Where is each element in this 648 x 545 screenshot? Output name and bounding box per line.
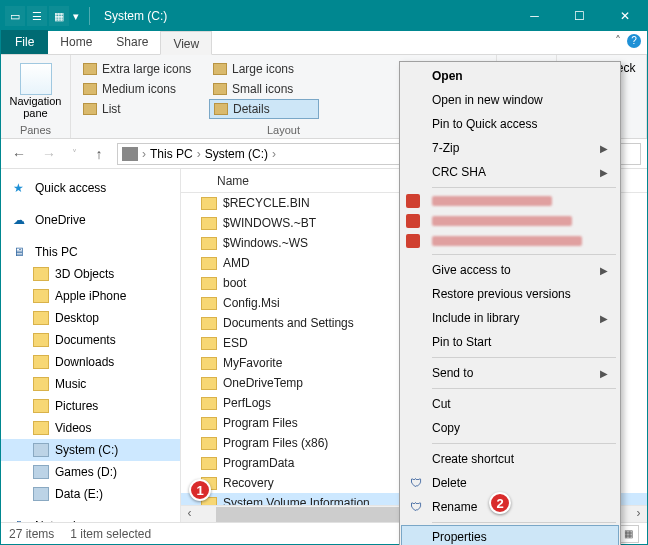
ribbon-tabs: File Home Share View ˄ ? xyxy=(1,31,647,55)
folder-icon[interactable]: ▭ xyxy=(5,6,25,26)
crumb-drive[interactable]: System (C:) xyxy=(201,147,272,161)
folder-icon xyxy=(201,337,217,350)
up-button[interactable]: ↑ xyxy=(87,142,111,166)
help-icon[interactable]: ? xyxy=(627,34,641,48)
tree-system-c[interactable]: System (C:) xyxy=(1,439,180,461)
annotation-badge-1: 1 xyxy=(189,479,211,501)
properties-icon[interactable]: ☰ xyxy=(27,6,47,26)
navigation-pane-icon[interactable] xyxy=(20,63,52,95)
menu-open[interactable]: Open xyxy=(402,64,618,88)
chevron-right-icon: ▶ xyxy=(600,265,608,276)
chevron-right-icon: ▶ xyxy=(600,143,608,154)
layout-small[interactable]: Small icons xyxy=(209,79,319,99)
menu-give-access[interactable]: Give access to▶ xyxy=(402,258,618,282)
folder-icon xyxy=(201,437,217,450)
scroll-right-icon[interactable]: › xyxy=(630,506,647,522)
menu-crc-sha[interactable]: CRC SHA▶ xyxy=(402,160,618,184)
file-name: Config.Msi xyxy=(223,296,280,310)
folder-icon xyxy=(201,457,217,470)
layout-list[interactable]: List xyxy=(79,99,209,119)
menu-open-new-window[interactable]: Open in new window xyxy=(402,88,618,112)
tree-games-d[interactable]: Games (D:) xyxy=(1,461,180,483)
panes-group-label: Panes xyxy=(20,122,51,138)
tree-quick-access[interactable]: ★Quick access xyxy=(1,177,180,199)
folder-icon xyxy=(33,377,49,391)
star-icon: ★ xyxy=(13,181,29,195)
tree-3d-objects[interactable]: 3D Objects xyxy=(1,263,180,285)
chevron-right-icon[interactable]: › xyxy=(272,147,276,161)
recent-dropdown[interactable]: ˅ xyxy=(67,142,81,166)
view-tab[interactable]: View xyxy=(160,31,212,55)
tree-desktop[interactable]: Desktop xyxy=(1,307,180,329)
window-title: System (C:) xyxy=(94,9,167,23)
menu-include-library[interactable]: Include in library▶ xyxy=(402,306,618,330)
folder-icon xyxy=(201,257,217,270)
navigation-pane-label[interactable]: Navigation pane xyxy=(10,95,62,119)
folder-icon xyxy=(201,317,217,330)
folder-icon xyxy=(33,333,49,347)
tree-apple-iphone[interactable]: Apple iPhone xyxy=(1,285,180,307)
file-name: boot xyxy=(223,276,246,290)
layout-medium[interactable]: Medium icons xyxy=(79,79,209,99)
drive-icon xyxy=(33,443,49,457)
forward-button[interactable]: → xyxy=(37,142,61,166)
crumb-this-pc[interactable]: This PC xyxy=(146,147,197,161)
menu-pin-quick-access[interactable]: Pin to Quick access xyxy=(402,112,618,136)
tree-documents[interactable]: Documents xyxy=(1,329,180,351)
tree-pictures[interactable]: Pictures xyxy=(1,395,180,417)
quick-access-toolbar: ▭ ☰ ▦ ▾ xyxy=(1,6,85,26)
menu-blurred-item[interactable] xyxy=(402,191,618,211)
minimize-button[interactable]: ─ xyxy=(512,1,557,31)
qat-dropdown-icon[interactable]: ▾ xyxy=(71,6,81,26)
folder-icon xyxy=(33,421,49,435)
file-name: ESD xyxy=(223,336,248,350)
collapse-ribbon-icon[interactable]: ˄ xyxy=(615,34,621,48)
menu-pin-start[interactable]: Pin to Start xyxy=(402,330,618,354)
tree-network[interactable]: 🖧Network xyxy=(1,515,180,522)
new-folder-icon[interactable]: ▦ xyxy=(49,6,69,26)
menu-blurred-item[interactable] xyxy=(402,231,618,251)
folder-icon xyxy=(33,399,49,413)
folder-icon xyxy=(201,197,217,210)
menu-restore-previous[interactable]: Restore previous versions xyxy=(402,282,618,306)
folder-icon xyxy=(33,355,49,369)
layout-extra-large[interactable]: Extra large icons xyxy=(79,59,209,79)
chevron-right-icon: ▶ xyxy=(600,167,608,178)
tree-data-e[interactable]: Data (E:) xyxy=(1,483,180,505)
grid-icon xyxy=(83,83,97,95)
tree-videos[interactable]: Videos xyxy=(1,417,180,439)
tree-this-pc[interactable]: 🖥This PC xyxy=(1,241,180,263)
file-name: $Windows.~WS xyxy=(223,236,308,250)
folder-icon xyxy=(33,311,49,325)
close-button[interactable]: ✕ xyxy=(602,1,647,31)
menu-cut[interactable]: Cut xyxy=(402,392,618,416)
file-name: $RECYCLE.BIN xyxy=(223,196,310,210)
menu-7zip[interactable]: 7-Zip▶ xyxy=(402,136,618,160)
tree-downloads[interactable]: Downloads xyxy=(1,351,180,373)
drive-icon xyxy=(33,465,49,479)
share-tab[interactable]: Share xyxy=(104,30,160,54)
back-button[interactable]: ← xyxy=(7,142,31,166)
file-name: MyFavorite xyxy=(223,356,282,370)
menu-blurred-item[interactable] xyxy=(402,211,618,231)
drive-icon xyxy=(33,487,49,501)
menu-separator xyxy=(432,187,616,188)
menu-send-to[interactable]: Send to▶ xyxy=(402,361,618,385)
file-tab[interactable]: File xyxy=(1,30,48,54)
tree-music[interactable]: Music xyxy=(1,373,180,395)
file-name: $WINDOWS.~BT xyxy=(223,216,316,230)
tree-onedrive[interactable]: ☁OneDrive xyxy=(1,209,180,231)
maximize-button[interactable]: ☐ xyxy=(557,1,602,31)
folder-icon xyxy=(33,267,49,281)
phone-icon xyxy=(33,289,49,303)
menu-create-shortcut[interactable]: Create shortcut xyxy=(402,447,618,471)
home-tab[interactable]: Home xyxy=(48,30,104,54)
layout-large[interactable]: Large icons xyxy=(209,59,319,79)
chevron-right-icon: ▶ xyxy=(600,368,608,379)
menu-properties[interactable]: Properties xyxy=(401,525,619,545)
menu-delete[interactable]: 🛡Delete xyxy=(402,471,618,495)
scroll-left-icon[interactable]: ‹ xyxy=(181,506,198,522)
menu-copy[interactable]: Copy xyxy=(402,416,618,440)
details-icon xyxy=(214,103,228,115)
layout-details[interactable]: Details xyxy=(209,99,319,119)
